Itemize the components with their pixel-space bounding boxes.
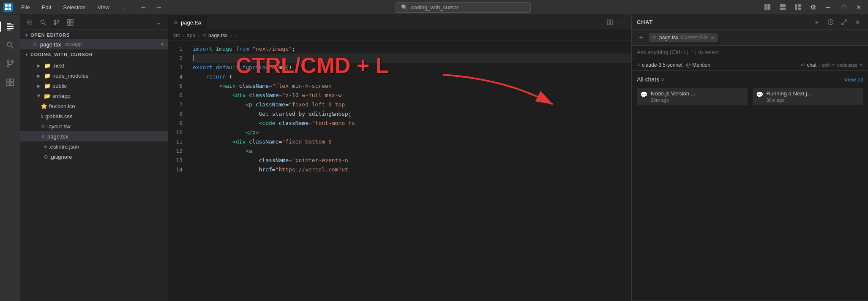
- all-chats-btn[interactable]: All chats ∨: [637, 76, 664, 83]
- menu-edit[interactable]: Edit: [38, 3, 55, 12]
- activity-extensions[interactable]: [2, 74, 19, 91]
- editor-breadcrumb: src › app › ⚛ page.tsx › ...: [168, 30, 631, 41]
- search-bar-text: coding_with_cursor: [411, 4, 459, 11]
- activity-search[interactable]: [2, 37, 19, 54]
- chat-current-file-tab[interactable]: ⚛ page.tsx Current File ✕: [649, 33, 718, 42]
- sidebar-extensions-btn[interactable]: [64, 16, 76, 28]
- editor-area: ⚛ page.tsx ··· src › app › ⚛ page.: [168, 15, 631, 301]
- svg-rect-23: [11, 79, 14, 82]
- menu-file[interactable]: File: [18, 3, 33, 12]
- svg-rect-35: [71, 23, 73, 25]
- breadcrumb-src[interactable]: src: [173, 33, 180, 38]
- svg-point-29: [57, 20, 59, 22]
- layout-toggle-2[interactable]: [777, 1, 789, 13]
- chat-tab-close[interactable]: ✕: [711, 35, 714, 40]
- chat-history-header: All chats ∨ View all: [637, 76, 863, 83]
- chat-expand-btn[interactable]: [838, 17, 849, 28]
- tree-item-node-modules[interactable]: ▶ 📁 node_modules: [20, 71, 168, 81]
- sidebar-search-btn[interactable]: [37, 16, 49, 28]
- menu-view[interactable]: View: [94, 3, 113, 12]
- open-file-close[interactable]: ✕: [160, 41, 164, 47]
- chat-panel-title: CHAT: [637, 19, 811, 25]
- activity-explorer[interactable]: [2, 18, 19, 35]
- tree-label-gitignore: .gitignore: [49, 154, 72, 160]
- chat-hist-content-1: Running a Next.j... 30m ago: [767, 90, 860, 103]
- chat-close-btn[interactable]: ✕: [852, 17, 863, 28]
- editor-tab-page-tsx[interactable]: ⚛ page.tsx: [168, 15, 207, 30]
- breadcrumb-more[interactable]: ...: [234, 33, 238, 38]
- view-all-btn[interactable]: View all: [844, 76, 863, 83]
- code-line-12: <a: [193, 146, 631, 156]
- svg-rect-37: [610, 20, 612, 25]
- svg-point-26: [41, 20, 44, 23]
- sidebar-copy-btn[interactable]: ⎘: [24, 16, 35, 28]
- code-line-5: <main className="flex min-h-screen: [193, 81, 631, 91]
- open-editors-label: Open Editors: [30, 33, 70, 38]
- breadcrumb-app[interactable]: app: [187, 33, 195, 38]
- close-btn[interactable]: ✕: [853, 1, 865, 13]
- tree-label-eslint: .eslintrc.json: [49, 144, 79, 150]
- tree-label-globals: globals.css: [45, 113, 72, 119]
- chat-mode-btn[interactable]: ↵ chat | ctrl+ ↵ codebase ∨: [801, 62, 863, 68]
- code-editor[interactable]: CTRL/CMD + L 1 2 3 4 5 6 7: [168, 41, 631, 301]
- svg-rect-22: [7, 79, 10, 82]
- chat-hist-icon-0: 💬: [640, 91, 647, 98]
- tree-item-eslint[interactable]: ● .eslintrc.json: [20, 141, 168, 152]
- chat-add-btn[interactable]: +: [811, 17, 822, 28]
- tree-item-globals[interactable]: # globals.css: [20, 111, 168, 121]
- more-tabs-btn[interactable]: ···: [617, 17, 628, 28]
- mention-btn[interactable]: @ Mention: [686, 62, 710, 68]
- model-selector[interactable]: ∨ claude-3.5-sonnet: [637, 62, 682, 68]
- project-header[interactable]: ▾ CODING_WITH_CURSOR: [20, 49, 168, 59]
- menu-more[interactable]: ...: [118, 3, 129, 12]
- layout-toggle-1[interactable]: [762, 1, 773, 13]
- tree-item-public[interactable]: ▶ 📁 public: [20, 81, 168, 91]
- tree-item-page[interactable]: ⚛ page.tsx: [20, 131, 168, 141]
- sidebar-collapse-btn[interactable]: ⌄: [153, 16, 164, 28]
- file-tree: ▶ 📁 .next ▶ 📁 node_modules ▶ 📁 public: [20, 59, 168, 163]
- menu-selection[interactable]: Selection: [60, 3, 89, 12]
- model-name: claude-3.5-sonnet: [642, 62, 682, 68]
- chat-new-tab-btn[interactable]: +: [636, 33, 646, 43]
- chat-input[interactable]: [637, 49, 863, 55]
- tree-item-favicon[interactable]: ⭐ favicon.ico: [20, 101, 168, 111]
- tree-label-pub: public: [52, 83, 67, 89]
- split-editor-btn[interactable]: [604, 17, 615, 28]
- chat-hist-title-1: Running a Next.j...: [767, 90, 860, 97]
- tree-item-layout[interactable]: ⚛ layout.tsx: [20, 121, 168, 131]
- search-icon: 🔍: [401, 4, 408, 11]
- tree-item-gitignore[interactable]: ◇ .gitignore: [20, 152, 168, 162]
- chat-history: All chats ∨ View all 💬 Node.js Version .…: [632, 71, 868, 301]
- tree-item-srcapp[interactable]: ▶ 📂 src\app: [20, 91, 168, 101]
- svg-rect-9: [798, 4, 801, 7]
- settings-btn[interactable]: ⚙: [807, 1, 819, 13]
- chat-history-item-0[interactable]: 💬 Node.js Version ... 29m ago: [637, 88, 748, 105]
- line-numbers: 1 2 3 4 5 6 7 8 9 10 11 12 13 14: [168, 41, 189, 301]
- code-content[interactable]: import Image from "next/image"; export d…: [189, 41, 631, 301]
- breadcrumb-file[interactable]: page.tsx: [208, 33, 227, 38]
- open-editors-header[interactable]: ▾ Open Editors: [20, 30, 168, 39]
- shortcut-icon: ↵: [832, 62, 836, 68]
- nav-forward-btn[interactable]: →: [153, 1, 165, 13]
- svg-point-20: [7, 65, 9, 67]
- svg-rect-15: [7, 30, 11, 30]
- maximize-btn[interactable]: □: [838, 1, 849, 13]
- svg-rect-5: [767, 4, 770, 10]
- global-search-bar[interactable]: 🔍 coding_with_cursor: [396, 2, 531, 13]
- tree-expand-next: ▶: [35, 63, 42, 68]
- shortcut-prefix: ctrl+: [822, 62, 831, 68]
- tree-item-next[interactable]: ▶ 📁 .next: [20, 60, 168, 71]
- activity-source-control[interactable]: [2, 55, 19, 72]
- title-bar-right: ⚙ ─ □ ✕: [762, 1, 865, 13]
- chat-history-item-1[interactable]: 💬 Running a Next.j... 30m ago: [753, 88, 863, 105]
- chat-history-btn[interactable]: [825, 17, 836, 28]
- nav-back-btn[interactable]: ←: [138, 1, 150, 13]
- folder-icon-nm: 📁: [44, 73, 51, 79]
- sidebar-branch-btn[interactable]: [51, 16, 63, 28]
- chat-header: CHAT + ✕: [632, 15, 868, 30]
- minimize-btn[interactable]: ─: [822, 1, 834, 13]
- open-file-page-tsx[interactable]: ⚛ page.tsx src/app ✕: [20, 39, 168, 49]
- chat-tab-icon: ⚛: [652, 35, 657, 41]
- layout-toggle-3[interactable]: [792, 1, 804, 13]
- editor-tab-bar: ⚛ page.tsx ···: [168, 15, 631, 30]
